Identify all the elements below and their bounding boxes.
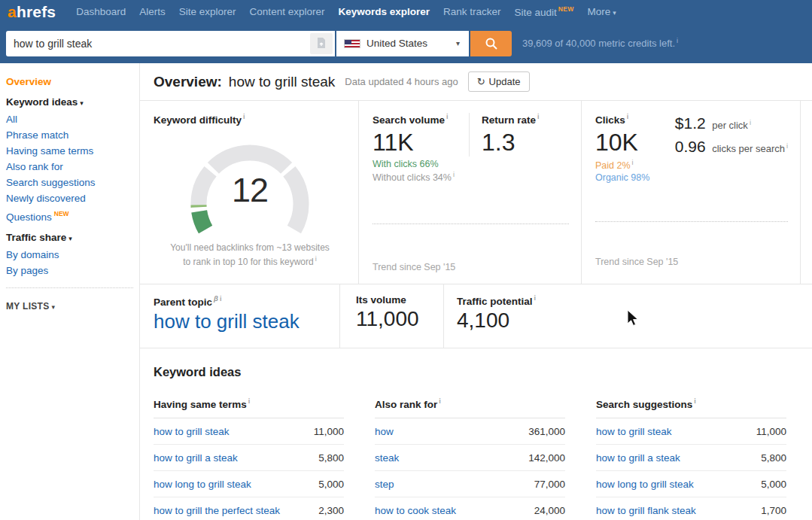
keyword-link[interactable]: how to grill steak [154,426,230,437]
gauge-segment [213,152,286,167]
info-icon[interactable]: i [248,397,251,405]
nav-item-alerts[interactable]: Alerts [132,6,172,17]
without-clicks-label: Without clicks 34%i [373,171,569,183]
keyword-link[interactable]: how to grill flank steak [596,505,696,516]
volume-value: 2,300 [318,505,344,516]
top-navigation: ahrefs DashboardAlertsSite explorerConte… [0,0,812,23]
info-icon[interactable]: i [632,159,634,166]
info-icon[interactable]: i [439,397,441,405]
table-row: how361,000 [375,418,565,445]
table-row: how to cook steak24,000 [375,497,565,520]
keyword-link[interactable]: how to grill steak [596,426,672,437]
info-icon[interactable]: i [627,113,629,120]
gauge-segment [199,211,205,229]
sidebar-item-by-domains[interactable]: By domains [0,247,139,263]
difficulty-note: You'll need backlinks from ~13 websites … [154,242,346,269]
nav-item-keywords-explorer[interactable]: Keywords explorer [331,6,436,17]
keyword-link[interactable]: how to grill a steak [154,452,238,464]
search-volume-value: 11K [373,129,469,157]
info-icon[interactable]: i [315,255,317,263]
main-content: Overview: how to grill steak Data update… [139,63,812,520]
sidebar-item-having-same-terms[interactable]: Having same terms [0,143,139,159]
sidebar-item-questions[interactable]: QuestionsNEW [0,206,139,225]
with-clicks-label: With clicks 66% [373,159,569,169]
import-keywords-button[interactable] [310,33,333,54]
sidebar-item-overview[interactable]: Overview [0,74,139,90]
info-icon[interactable]: i [537,113,540,120]
table-header: Also rank fori [375,397,565,418]
nav-item-dashboard[interactable]: Dashboard [69,6,132,17]
volume-value: 11,000 [756,426,786,437]
parent-topic-row: Parent topicβi how to grill steak Its vo… [140,284,812,348]
sidebar-item-search-suggestions[interactable]: Search suggestions [0,175,139,190]
difficulty-gauge: 12 [163,129,336,240]
search-button[interactable] [470,31,512,56]
nav-item-site-explorer[interactable]: Site explorer [172,6,243,17]
trend-bars [595,189,788,252]
spacer [801,101,812,284]
table-row: step77,000 [375,471,565,497]
parent-topic-link[interactable]: how to grill steak [154,310,339,333]
keyword-ideas-tables: Having same termsihow to grill steak11,0… [154,397,812,520]
info-icon[interactable]: i [677,37,678,44]
chevron-down-icon: ▾ [613,9,616,17]
info-icon[interactable]: i [220,295,222,303]
return-rate-value: 1.3 [482,129,540,157]
new-badge: NEW [54,210,69,217]
ahrefs-logo[interactable]: ahrefs [8,3,56,21]
sidebar-item-also-rank-for[interactable]: Also rank for [0,159,139,175]
info-icon[interactable]: i [786,142,788,150]
info-icon[interactable]: i [453,171,455,178]
table-row: how to grill a steak5,800 [154,445,344,471]
info-icon[interactable]: i [534,294,537,302]
traffic-potential-value: 4,100 [457,309,536,333]
country-selector[interactable]: United States ▾ [336,31,469,56]
logo-a: a [8,3,17,20]
table-row: how to grill a steak5,800 [596,445,786,471]
sidebar-item-all[interactable]: All [0,111,139,127]
nav-item-more[interactable]: More▾ [581,6,623,17]
sidebar-item-by-pages[interactable]: By pages [0,263,139,278]
keyword-search-input[interactable] [6,38,310,50]
keyword-link[interactable]: how long to grill steak [154,479,251,490]
info-icon[interactable]: i [446,113,449,120]
metrics-row: Keyword difficultyi 12 You'll need backl… [140,101,812,284]
keyword-link[interactable]: how long to grill steak [596,479,694,490]
update-button-label: Update [489,76,521,87]
table-row: how to grill steak11,000 [596,418,786,445]
cost-per-click: $1.2 per clicki [675,114,788,132]
info-icon[interactable]: i [243,113,245,120]
nav-item-site-audit[interactable]: Site auditNEW [508,5,581,18]
trend-baseline [373,224,569,224]
volume-value: 5,000 [318,479,344,490]
keyword-difficulty-card: Keyword difficultyi 12 You'll need backl… [140,101,359,284]
country-label: United States [366,38,456,49]
table-row: how to grill steak11,000 [154,418,344,445]
keywords-explorer-page: ahrefs DashboardAlertsSite explorerConte… [0,0,812,520]
keyword-search-wrap [6,31,335,56]
update-button[interactable]: ↻ Update [468,71,530,92]
keyword-link[interactable]: how [375,426,394,437]
chevron-down-icon: ▾ [80,99,84,107]
volume-value: 142,000 [528,452,565,464]
info-icon[interactable]: i [750,119,751,126]
keyword-link[interactable]: step [375,479,394,490]
sidebar-item-newly-discovered[interactable]: Newly discovered [0,190,139,206]
nav-item-content-explorer[interactable]: Content explorer [243,6,332,17]
keyword-link[interactable]: steak [375,452,399,464]
keyword-link[interactable]: how to cook steak [375,505,456,516]
organic-clicks-label: Organic 98% [595,172,672,183]
keyword-link[interactable]: how to grill the perfect steak [154,505,280,516]
ideas-table-also-rank-for: Also rank forihow361,000steak142,000step… [375,397,565,520]
search-icon [485,37,498,50]
info-icon[interactable]: i [694,397,696,405]
volume-value: 11,000 [314,426,344,437]
sidebar-item-my-lists[interactable]: MY LISTS▾ [0,299,139,315]
nav-item-rank-tracker[interactable]: Rank tracker [436,6,508,17]
search-volume-card: Search volumei 11K Return ratei 1.3 With… [359,101,582,284]
clicks-card: Clicksi 10K Paid 2%i Organic 98% $1.2 pe… [582,101,801,284]
sidebar-item-phrase-match[interactable]: Phrase match [0,127,139,143]
volume-value: 77,000 [534,479,565,490]
keyword-link[interactable]: how to grill a steak [596,452,680,464]
chevron-down-icon: ▾ [52,303,56,311]
